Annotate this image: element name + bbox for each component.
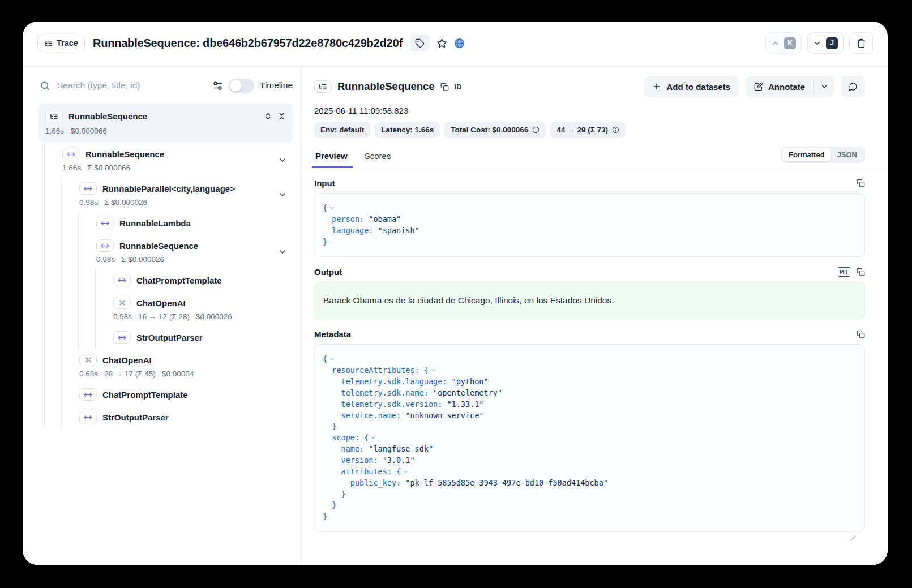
span-icon [79, 411, 97, 423]
public-globe-button[interactable] [454, 38, 465, 49]
node-name: StrOutputParser [136, 333, 203, 342]
trace-tree-node[interactable]: ChatOpenAI0.68s28 → 17 (Σ 45)$0.00004 [38, 349, 293, 383]
node-name: ChatPromptTemplate [102, 390, 188, 400]
search-input[interactable] [56, 80, 207, 91]
prev-trace-button[interactable]: K [765, 32, 802, 54]
indent-guide [44, 234, 45, 269]
format-option-formatted[interactable]: Formatted [782, 148, 831, 161]
indent-guide [61, 326, 62, 349]
expand-all-icon[interactable] [264, 112, 272, 121]
indent-guide [78, 269, 79, 291]
trace-tree-node[interactable]: ChatPromptTemplate [38, 383, 293, 406]
chevron-up-icon [771, 39, 780, 48]
span-icon [96, 239, 114, 252]
list-tree-icon [44, 39, 53, 48]
chevron-down-icon[interactable] [278, 156, 287, 165]
span-icon [79, 388, 97, 401]
add-to-datasets-button[interactable]: Add to datasets [644, 76, 739, 97]
indent-guide [78, 234, 79, 269]
page-title: RunnableSequence: dbe646b2b67957d22e8780… [93, 37, 403, 50]
output-text: Barack Obama es de la ciudad de Chicago,… [314, 282, 865, 319]
star-icon [436, 38, 447, 49]
plus-icon [652, 82, 661, 91]
indent-guide [44, 269, 45, 291]
indent-guide [44, 143, 45, 177]
kbd-j: J [826, 37, 838, 49]
copy-id-icon[interactable] [440, 83, 449, 91]
timeline-toggle[interactable] [229, 79, 254, 93]
trace-tree-node[interactable]: ChatOpenAI0.98s16 → 12 (Σ 28)$0.000026 [38, 291, 293, 326]
span-icon [79, 182, 97, 195]
detail-tabs: Preview Scores Formatted JSON [302, 147, 888, 168]
span-icon [62, 148, 80, 160]
node-name: RunnableSequence [119, 241, 198, 251]
indent-guide [44, 212, 45, 234]
collapse-chevron-icon[interactable] [370, 435, 376, 441]
annotate-dropdown[interactable] [814, 76, 834, 97]
chevron-down-icon[interactable] [278, 190, 287, 199]
copy-icon[interactable] [857, 179, 865, 187]
annotate-button[interactable]: Annotate [746, 76, 813, 97]
status-badge: Latency: 1.66s [375, 122, 440, 138]
chevron-down-icon [820, 83, 828, 91]
timestamp: 2025-06-11 11:09:58.823 [314, 106, 865, 115]
indent-guide [44, 406, 45, 428]
indent-guide [61, 212, 62, 234]
root-node-name: RunnableSequence [68, 111, 147, 121]
trace-icon-badge [45, 110, 63, 122]
trace-tree-node[interactable]: RunnableParallel<city,language>0.98sΣ $0… [38, 177, 293, 212]
input-section-label: Input [314, 178, 857, 188]
indent-guide [95, 291, 96, 326]
metric-badges: Env: defaultLatency: 1.66sTotal Cost: $0… [314, 122, 865, 138]
collapse-chevron-icon[interactable] [329, 356, 335, 362]
trace-tree-node[interactable]: RunnableLambda [38, 212, 293, 234]
filter-settings-icon[interactable] [212, 80, 223, 91]
trash-icon [857, 38, 866, 48]
format-option-json[interactable]: JSON [831, 148, 863, 161]
tag-button[interactable] [410, 35, 430, 51]
list-tree-icon [319, 83, 327, 91]
copy-icon[interactable] [857, 268, 865, 276]
trace-tree-node[interactable]: RunnableSequence0.98sΣ $0.000026 [38, 234, 293, 269]
collapse-all-icon[interactable] [277, 112, 286, 121]
node-name: RunnableLambda [119, 218, 191, 228]
indent-guide [61, 269, 62, 291]
collapse-chevron-icon[interactable] [430, 367, 436, 374]
node-name: RunnableSequence [85, 149, 164, 159]
indent-guide [44, 383, 45, 406]
markdown-icon[interactable]: M↓ [838, 267, 850, 277]
trace-tree-node[interactable]: StrOutputParser [38, 326, 293, 349]
comment-icon [849, 82, 858, 91]
chevron-down-icon[interactable] [278, 247, 287, 256]
output-section-label: Output [314, 267, 838, 277]
delete-trace-button[interactable] [849, 32, 873, 54]
comment-button[interactable] [841, 76, 865, 97]
next-trace-button[interactable]: J [807, 32, 844, 54]
tag-icon [415, 38, 425, 48]
format-toggle[interactable]: Formatted JSON [781, 147, 865, 163]
detail-title: RunnableSequence [337, 80, 435, 93]
observation-detail-panel: RunnableSequence ID Add to datasets Anno… [302, 65, 888, 565]
tab-preview[interactable]: Preview [314, 148, 349, 168]
app-header: Trace RunnableSequence: dbe646b2b67957d2… [23, 22, 888, 65]
globe-icon [454, 38, 465, 49]
star-button[interactable] [436, 38, 447, 49]
trace-tree-node[interactable]: ChatPromptTemplate [38, 269, 293, 291]
status-badge: Env: default [314, 122, 370, 138]
collapse-chevron-icon[interactable] [403, 469, 409, 475]
edit-icon [754, 82, 763, 91]
indent-guide [61, 177, 62, 212]
trace-window: Trace RunnableSequence: dbe646b2b67957d2… [23, 22, 888, 565]
span-icon [96, 217, 114, 229]
copy-icon[interactable] [857, 330, 865, 338]
node-name: StrOutputParser [102, 413, 169, 422]
trace-tree-node[interactable]: StrOutputParser [38, 406, 293, 428]
trace-type-badge: Trace [37, 35, 85, 51]
trace-tree-node[interactable]: RunnableSequence1.66sΣ $0.000066 [38, 143, 293, 177]
info-icon[interactable] [612, 126, 619, 134]
collapse-chevron-icon[interactable] [329, 205, 335, 211]
trace-root-row[interactable]: RunnableSequence 1.66s $0.000066 [38, 103, 293, 143]
resize-grip[interactable] [850, 535, 856, 541]
info-icon[interactable] [532, 126, 540, 134]
tab-scores[interactable]: Scores [363, 148, 392, 168]
